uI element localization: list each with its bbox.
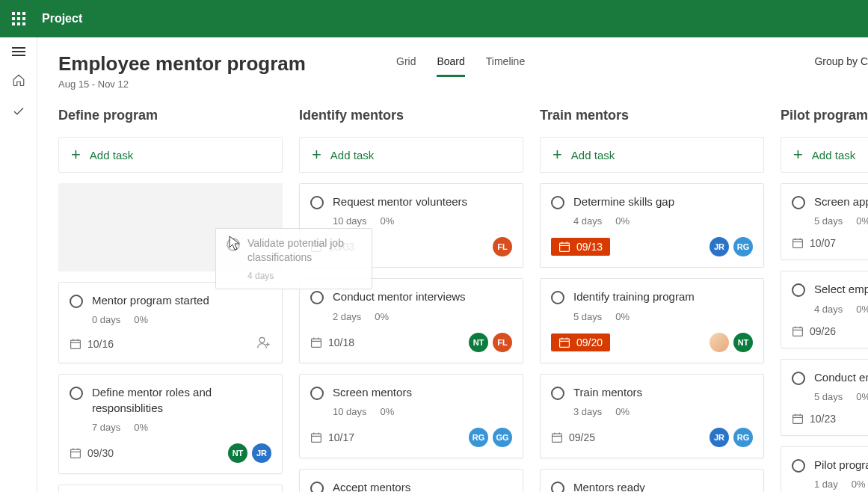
svg-rect-39 <box>793 328 803 336</box>
hamburger-icon[interactable] <box>12 45 25 58</box>
status-circle-icon[interactable] <box>310 387 324 400</box>
status-circle-icon[interactable] <box>551 482 564 492</box>
assignee-avatars: RGGG <box>469 428 512 447</box>
app-launcher-icon[interactable] <box>12 12 25 25</box>
task-date: 10/16 <box>70 338 114 350</box>
avatar[interactable]: RG <box>733 237 753 256</box>
task-card[interactable]: Mentors ready0 days0% <box>540 469 764 492</box>
svg-rect-19 <box>312 434 321 442</box>
task-card[interactable]: Identify training program5 days0%09/20NT <box>540 278 764 363</box>
task-title: Identify training program <box>573 289 695 304</box>
task-card[interactable]: Accept mentors2 days0% <box>299 469 523 492</box>
avatar[interactable]: NT <box>469 333 488 352</box>
column-header: Pilot program <box>781 108 868 123</box>
task-duration: 10 days <box>333 215 367 227</box>
left-sidebar <box>0 37 37 492</box>
task-card[interactable]: Screen mentors10 days0%10/17RGGG <box>299 374 523 458</box>
status-circle-icon[interactable] <box>70 387 83 400</box>
avatar[interactable]: JR <box>710 237 729 256</box>
task-title: Screen mentors <box>333 385 412 400</box>
avatar[interactable]: RG <box>733 428 753 447</box>
home-icon[interactable] <box>12 73 25 90</box>
status-circle-icon[interactable] <box>551 291 564 304</box>
task-date-overdue: 09/13 <box>551 238 610 256</box>
task-date: 09/30 <box>70 447 114 459</box>
status-circle-icon[interactable] <box>792 459 805 473</box>
svg-rect-11 <box>312 243 321 251</box>
add-task-button[interactable]: +Add task <box>58 137 283 173</box>
task-card[interactable]: Conduct mentor interviews2 days0%10/18NT… <box>299 278 523 363</box>
assign-person-icon[interactable] <box>256 336 271 352</box>
task-card[interactable]: Conduct emplo5 days0%10/23 <box>781 359 868 436</box>
task-duration: 5 days <box>814 215 843 227</box>
add-task-button[interactable]: +Add task <box>540 137 764 173</box>
task-card[interactable]: Mentor program defined <box>58 485 283 492</box>
view-tab-grid[interactable]: Grid <box>396 55 416 77</box>
task-card[interactable]: Pilot program1 day0% <box>781 446 868 492</box>
status-circle-icon[interactable] <box>792 196 805 209</box>
task-card[interactable]: Mentor program started0 days0%10/16 <box>58 282 283 363</box>
task-card[interactable]: Screen applica5 days0%10/07 <box>781 183 868 260</box>
task-duration: 5 days <box>573 311 602 322</box>
column-header: Identify mentors <box>299 108 523 123</box>
drop-placeholder: Validate potential job classifications4 … <box>58 183 283 271</box>
add-task-label: Add task <box>571 149 615 162</box>
avatar[interactable] <box>710 333 729 352</box>
task-card[interactable]: Define mentor roles and responsiblities7… <box>58 374 283 474</box>
avatar[interactable]: RG <box>469 428 488 447</box>
task-card[interactable]: Select employe4 days0%09/26 <box>781 271 868 348</box>
task-duration: 4 days <box>814 304 843 315</box>
task-title: Conduct mentor interviews <box>333 289 466 304</box>
task-percent: 0% <box>615 215 630 227</box>
task-title: Define mentor roles and responsiblities <box>92 385 271 416</box>
avatar[interactable]: NT <box>228 443 247 463</box>
status-circle-icon[interactable] <box>310 482 324 492</box>
view-tab-board[interactable]: Board <box>437 55 464 77</box>
date-text: 10/23 <box>810 413 836 425</box>
date-range: Aug 15 - Nov 12 <box>58 79 306 90</box>
add-task-button[interactable]: +Add task <box>299 137 523 173</box>
date-text: 10/18 <box>328 336 354 348</box>
top-bar: Project <box>0 0 868 37</box>
avatar[interactable]: FL <box>493 333 512 352</box>
status-circle-icon[interactable] <box>310 291 324 304</box>
avatar[interactable]: GG <box>493 428 512 447</box>
group-by-dropdown[interactable]: Group by C <box>814 55 868 67</box>
add-task-button[interactable]: +Add task <box>781 137 868 173</box>
view-tab-timeline[interactable]: Timeline <box>486 55 525 77</box>
status-circle-icon[interactable] <box>310 196 324 209</box>
avatar[interactable]: JR <box>252 443 271 463</box>
assignee-avatars: JRRG <box>710 237 753 256</box>
cursor-icon <box>229 236 241 253</box>
task-card[interactable]: Determine skills gap4 days0%09/13JRRG <box>540 183 764 268</box>
svg-rect-0 <box>71 340 81 348</box>
avatar[interactable]: NT <box>733 333 753 352</box>
svg-rect-15 <box>312 339 321 347</box>
task-title: Train mentors <box>573 385 642 400</box>
status-circle-icon[interactable] <box>792 283 805 297</box>
task-percent: 0% <box>615 406 630 417</box>
avatar[interactable]: FL <box>493 237 512 256</box>
status-circle-icon[interactable] <box>551 387 564 400</box>
status-circle-icon[interactable] <box>792 372 805 385</box>
task-card[interactable]: Request mentor volunteers10 days0%10/03F… <box>299 183 523 268</box>
task-card[interactable]: Train mentors3 days0%09/25JRRG <box>540 374 764 458</box>
task-duration: 5 days <box>814 391 843 402</box>
task-date: 10/23 <box>792 413 836 425</box>
checkmark-icon[interactable] <box>12 105 25 121</box>
svg-rect-31 <box>552 434 562 442</box>
status-circle-icon[interactable] <box>70 295 83 308</box>
board-column: Train mentors+Add taskDetermine skills g… <box>540 108 764 492</box>
task-percent: 0% <box>134 314 148 325</box>
task-title: Mentor program started <box>92 293 209 308</box>
avatar[interactable]: JR <box>710 428 729 447</box>
svg-rect-43 <box>793 415 803 423</box>
task-percent: 0% <box>375 311 389 322</box>
status-circle-icon[interactable] <box>551 196 564 209</box>
date-text: 09/20 <box>576 336 603 348</box>
task-percent: 0% <box>856 304 868 315</box>
task-duration: 4 days <box>247 271 274 281</box>
task-duration: 2 days <box>333 311 361 322</box>
task-date: 10/03 <box>310 241 354 253</box>
svg-rect-35 <box>793 239 803 247</box>
